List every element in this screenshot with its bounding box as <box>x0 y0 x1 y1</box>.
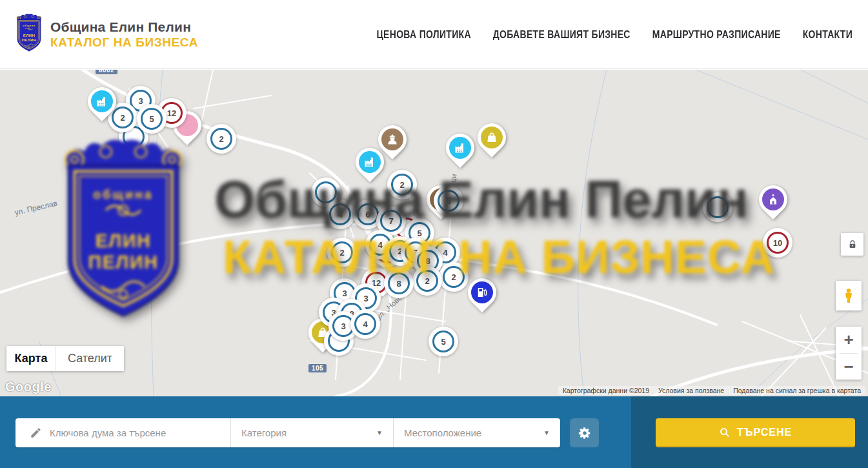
map-cluster[interactable]: 8 <box>384 269 414 298</box>
main-nav: ЦЕНОВА ПОЛИТИКА ДОБАВЕТЕ ВАШИЯТ БИЗНЕС М… <box>377 29 853 39</box>
advanced-settings-button[interactable] <box>570 418 599 447</box>
search-form: Категория ▼ Местоположение ▼ <box>15 418 560 447</box>
keyword-input[interactable] <box>50 427 221 438</box>
map-cluster[interactable]: 2 <box>439 262 469 292</box>
map-type-control: Карта Сателит <box>6 346 124 371</box>
lock-button[interactable] <box>841 233 863 256</box>
lock-icon <box>847 239 858 250</box>
site-subtitle: КАТАЛОГ НА БИЗНЕСА <box>50 36 198 50</box>
map-cluster[interactable]: 2 <box>327 238 357 267</box>
pegman-button[interactable] <box>836 281 862 310</box>
map-cluster[interactable]: 2 <box>387 170 417 199</box>
nav-add-your-business[interactable]: ДОБАВЕТЕ ВАШИЯТ БИЗНЕС <box>493 28 631 40</box>
chevron-down-icon: ▼ <box>543 429 550 436</box>
gear-icon <box>578 426 592 440</box>
map-cluster[interactable]: 4 <box>350 309 380 339</box>
google-logo[interactable]: Google <box>5 380 52 394</box>
map-cluster[interactable]: 2 <box>207 124 236 154</box>
attribution-terms-link[interactable]: Условия за ползване <box>654 386 729 395</box>
header: Община Елин Пелин КАТАЛОГ НА БИЗНЕСА ЦЕН… <box>0 0 868 69</box>
category-select-value: Категория <box>241 427 287 438</box>
site-title: Община Елин Пелин <box>50 19 198 35</box>
search-icon <box>719 427 731 438</box>
nav-route-schedule[interactable]: МАРШРУТНО РАЗПИСАНИЕ <box>652 28 781 40</box>
search-submit-label: ТЪРСЕНЕ <box>737 427 792 438</box>
page: Община Елин Пелин КАТАЛОГ НА БИЗНЕСА ЦЕН… <box>0 0 868 468</box>
map-pin[interactable] <box>88 87 116 125</box>
map-type-map-button[interactable]: Карта <box>6 346 56 371</box>
map-attribution: Картографски данни ©2019 Условия за полз… <box>558 386 865 395</box>
search-submit-button[interactable]: ТЪРСЕНЕ <box>656 418 855 447</box>
map-cluster[interactable]: 5 <box>429 327 458 356</box>
location-select[interactable]: Местоположение ▼ <box>394 418 560 447</box>
map-pin[interactable] <box>468 278 496 316</box>
map-cluster[interactable]: 2 <box>412 266 442 296</box>
pegman-icon <box>841 286 856 305</box>
map-cluster[interactable]: 5 <box>137 104 167 134</box>
keyword-section <box>15 418 231 447</box>
zoom-out-button[interactable]: − <box>836 354 862 380</box>
category-select[interactable]: Категория ▼ <box>231 418 394 447</box>
search-bar: Категория ▼ Местоположение ▼ ТЪРСЕНЕ <box>0 396 868 468</box>
chevron-down-icon: ▼ <box>376 429 383 436</box>
map-pin[interactable] <box>446 134 474 171</box>
pencil-icon <box>30 427 42 439</box>
zoom-control: + − <box>836 327 862 380</box>
location-select-value: Местоположение <box>404 427 481 438</box>
nav-pricing-policy[interactable]: ЦЕНОВА ПОЛИТИКА <box>377 28 471 40</box>
map-pin[interactable] <box>759 185 787 223</box>
zoom-in-button[interactable]: + <box>836 327 862 352</box>
attribution-copyright: Картографски данни ©2019 <box>558 386 654 395</box>
map-cluster[interactable]: 5 <box>434 186 463 216</box>
map-cluster[interactable]: 10 <box>763 228 792 258</box>
map-canvas[interactable]: 6002 105 ул. Преслав бул. „Новосел ци 32… <box>0 70 868 396</box>
site-logo[interactable]: Община Елин Пелин КАТАЛОГ НА БИЗНЕСА <box>14 14 198 55</box>
map-pin[interactable] <box>378 125 407 163</box>
map-markers: 32125225467542274822128333834510 <box>0 70 868 396</box>
map-type-satellite-button[interactable]: Сателит <box>56 346 124 371</box>
map-pin[interactable] <box>478 123 506 161</box>
map-cluster[interactable] <box>703 192 732 222</box>
nav-contacts[interactable]: КОНТАКТИ <box>803 28 853 40</box>
municipality-crest-icon <box>14 14 44 55</box>
attribution-report-error-link[interactable]: Подаване на сигнал за грешка в картата <box>729 386 865 395</box>
map-cluster[interactable]: 4 <box>325 199 355 229</box>
